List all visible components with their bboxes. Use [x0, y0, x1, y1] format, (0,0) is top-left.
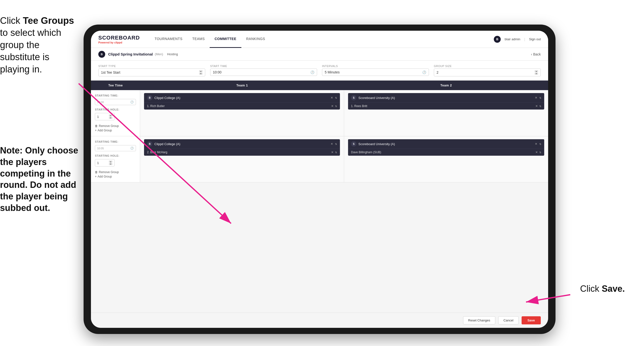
group-size-label: Group Size — [434, 65, 541, 67]
bottom-bar: Reset Changes Cancel Save — [91, 313, 548, 328]
tee-actions-1: 🗑 Remove Group + Add Group — [95, 124, 136, 132]
team2-icon-1: S — [351, 95, 356, 100]
starting-hole-input-2[interactable]: 1 ▲ ▼ — [95, 159, 114, 166]
team2-col-1: S Scoreboard University (A) ✕ ⇅ 1. Rees … — [344, 90, 548, 136]
nav-tournaments[interactable]: TOURNAMENTS — [150, 31, 187, 48]
starting-time-label-1: STARTING TIME: — [95, 94, 136, 97]
team2-name-2: Scoreboard University (A) — [358, 142, 533, 146]
player-name-2-1: 1. Rees Britt — [351, 104, 534, 108]
start-time-field: Start Time 10:00 🕐 — [210, 65, 317, 76]
player-arrows-2-1[interactable]: ⇅ — [539, 105, 541, 108]
team1-arrows-1[interactable]: ⇅ — [335, 96, 337, 99]
spinner-down[interactable]: ▼ — [199, 73, 202, 75]
player-actions-1-1: ✕ ⇅ — [331, 104, 337, 108]
player-row-1-1: 1. Rich Butler ✕ ⇅ — [144, 102, 340, 109]
breadcrumb-title: Clippd Spring Invitational — [108, 52, 153, 56]
team2-card-header-2: S Scoreboard University (A) ✕ ⇅ — [348, 139, 544, 149]
team2-arrows-2[interactable]: ⇅ — [539, 143, 541, 145]
player-remove-1-1[interactable]: ✕ — [331, 104, 334, 108]
hole-down-1[interactable]: ▼ — [109, 117, 112, 119]
team2-remove-2[interactable]: ✕ — [535, 142, 537, 146]
player-remove-1-2[interactable]: ✕ — [331, 151, 334, 154]
player-name-1-2: 2. Blair McHarg — [147, 151, 329, 154]
team1-remove-2[interactable]: ✕ — [330, 142, 333, 146]
tee-table: Tee Time Team 1 Team 2 STARTING TIME: 10… — [91, 80, 548, 182]
breadcrumb-back[interactable]: Back — [531, 52, 541, 56]
player-remove-2-1[interactable]: ✕ — [535, 104, 538, 108]
team2-icon-2: S — [351, 141, 356, 147]
player-arrows-2-2[interactable]: ⇅ — [539, 151, 541, 154]
player-arrows-1-2[interactable]: ⇅ — [335, 151, 337, 154]
table-header: Tee Time Team 1 Team 2 — [91, 80, 548, 90]
player-name-1-1: 1. Rich Butler — [147, 104, 329, 108]
sign-out-link[interactable]: Sign out — [529, 37, 541, 41]
player-row-2-2: Dave Billingham (SUB) ✕ ⇅ — [348, 149, 544, 156]
team1-card-header-1: B Clippd College (A) ✕ ⇅ — [144, 93, 340, 102]
player-actions-2-2: ✕ ⇅ — [535, 151, 541, 154]
group-size-up[interactable]: ▲ — [534, 70, 538, 72]
th-team1: Team 1 — [140, 80, 344, 90]
team1-card-1: B Clippd College (A) ✕ ⇅ 1. Rich Butler — [144, 93, 340, 109]
add-group-btn-2[interactable]: + Add Group — [95, 175, 136, 178]
player-row-1-2: 2. Blair McHarg ✕ ⇅ — [144, 149, 340, 156]
hole-up-2[interactable]: ▲ — [109, 161, 112, 163]
team1-arrows-2[interactable]: ⇅ — [335, 143, 337, 145]
top-nav: SCOREBOARD Powered by clippd TOURNAMENTS… — [91, 31, 548, 48]
team2-col-2: S Scoreboard University (A) ✕ ⇅ Dave Bil… — [344, 136, 548, 182]
starting-hole-label-2: STARTING HOLE: — [95, 154, 136, 157]
team1-actions-1: ✕ ⇅ — [330, 96, 337, 99]
team2-card-1: S Scoreboard University (A) ✕ ⇅ 1. Rees … — [348, 93, 544, 109]
starting-time-input-1[interactable]: 10:00 🕐 — [95, 99, 136, 105]
player-remove-2-2[interactable]: ✕ — [535, 151, 538, 154]
team1-name-1: Clippd College (A) — [154, 96, 329, 100]
team1-icon-2: B — [147, 141, 152, 147]
start-type-input[interactable]: 1st Tee Start ▲ ▼ — [98, 68, 205, 76]
tee-time-col-2: STARTING TIME: 10:05 🕐 STARTING HOLE: 1 … — [91, 136, 140, 182]
spinner-up[interactable]: ▲ — [199, 70, 202, 72]
nav-committee[interactable]: COMMITTEE — [210, 31, 242, 48]
team1-card-2: B Clippd College (A) ✕ ⇅ 2. Blair McHarg — [144, 139, 340, 156]
nav-teams[interactable]: TEAMS — [187, 31, 210, 48]
reset-changes-button[interactable]: Reset Changes — [463, 316, 496, 324]
logo-area: SCOREBOARD Powered by clippd — [98, 35, 140, 44]
starting-hole-label-1: STARTING HOLE: — [95, 108, 136, 111]
save-button[interactable]: Save — [522, 316, 541, 324]
intervals-field: Intervals 5 Minutes 🕐 — [322, 65, 429, 76]
click-save-right: Click Save. — [580, 284, 644, 294]
th-team2: Team 2 — [344, 80, 548, 90]
remove-group-btn-2[interactable]: 🗑 Remove Group — [95, 170, 136, 174]
remove-group-btn-1[interactable]: 🗑 Remove Group — [95, 124, 136, 128]
starting-time-label-2: STARTING TIME: — [95, 140, 136, 143]
hole-down-2[interactable]: ▼ — [109, 163, 112, 165]
main-content: Start Type 1st Tee Start ▲ ▼ Start Time — [91, 61, 548, 313]
logo-powered: Powered by clippd — [98, 41, 140, 44]
team1-col-1: B Clippd College (A) ✕ ⇅ 1. Rich Butler — [140, 90, 344, 136]
group-size-spinner: ▲ ▼ — [534, 70, 538, 75]
team2-actions-1: ✕ ⇅ — [535, 96, 541, 99]
team1-actions-2: ✕ ⇅ — [330, 142, 337, 146]
group-size-field: Group Size 2 ▲ ▼ — [434, 65, 541, 76]
settings-row: Start Type 1st Tee Start ▲ ▼ Start Time — [91, 61, 548, 80]
starting-hole-input-1[interactable]: 1 ▲ ▼ — [95, 113, 114, 120]
group-size-down[interactable]: ▼ — [534, 73, 538, 75]
player-arrows-1-1[interactable]: ⇅ — [335, 105, 337, 108]
intervals-input[interactable]: 5 Minutes 🕐 — [322, 68, 429, 76]
team2-arrows-1[interactable]: ⇅ — [539, 96, 541, 99]
nav-rankings[interactable]: RANKINGS — [242, 31, 270, 48]
team1-remove-1[interactable]: ✕ — [330, 96, 333, 99]
team1-col-2: B Clippd College (A) ✕ ⇅ 2. Blair McHarg — [140, 136, 344, 182]
player-name-2-2: Dave Billingham (SUB) — [351, 151, 534, 154]
team2-remove-1[interactable]: ✕ — [535, 96, 537, 99]
add-group-btn-1[interactable]: + Add Group — [95, 129, 136, 132]
group-size-input[interactable]: 2 ▲ ▼ — [434, 68, 541, 76]
team1-name-2: Clippd College (A) — [154, 142, 329, 146]
starting-time-input-2[interactable]: 10:05 🕐 — [95, 145, 136, 151]
start-time-input[interactable]: 10:00 🕐 — [210, 68, 317, 76]
cancel-button[interactable]: Cancel — [498, 316, 518, 324]
intervals-label: Intervals — [322, 65, 429, 67]
instruction-left: Click Tee Groups to select which group t… — [0, 15, 81, 75]
team1-icon-1: B — [147, 95, 152, 100]
hole-up-1[interactable]: ▲ — [109, 114, 112, 116]
tee-time-col-1: STARTING TIME: 10:00 🕐 STARTING HOLE: 1 … — [91, 90, 140, 136]
bottom-spacer — [91, 182, 548, 187]
